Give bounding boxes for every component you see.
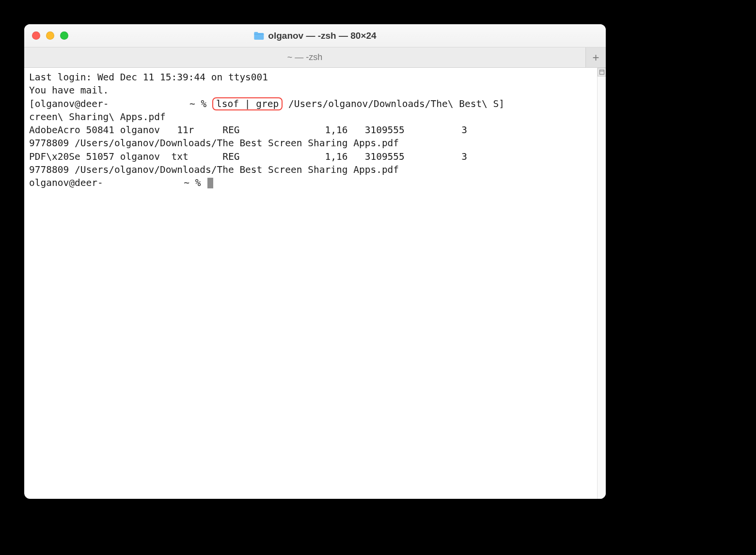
- terminal-window: olganov — -zsh — 80×24 ~ — -zsh + Last l…: [24, 24, 606, 499]
- prompt-user: olganov@deer-: [35, 98, 109, 109]
- prompt-suffix: ~ %: [184, 98, 212, 109]
- cursor: [207, 178, 213, 188]
- highlighted-command: lsof | grep: [212, 97, 283, 110]
- tab-bar: ~ — -zsh +: [24, 47, 606, 68]
- output-line: You have mail.: [29, 84, 592, 97]
- command-line: [olganov@deer- ~ % lsof | grep /Users/ol…: [29, 97, 592, 110]
- tab-label: ~ — -zsh: [287, 52, 323, 62]
- output-line: 9778809 /Users/olganov/Downloads/The Bes…: [29, 163, 592, 176]
- output-line: Last login: Wed Dec 11 15:39:44 on ttys0…: [29, 71, 592, 84]
- window-title: olganov — -zsh — 80×24: [253, 31, 376, 41]
- plus-icon: +: [592, 51, 599, 64]
- prompt-user: olganov@deer-: [29, 177, 103, 188]
- titlebar[interactable]: olganov — -zsh — 80×24: [24, 24, 606, 47]
- output-line: PDF\x20Se 51057 olganov txt REG 1,16 310…: [29, 150, 592, 163]
- folder-icon: [253, 31, 264, 40]
- command-wrap: creen\ Sharing\ Apps.pdf: [29, 110, 592, 123]
- prompt-suffix: ~ %: [178, 177, 207, 188]
- redacted-hostname: [103, 179, 178, 188]
- window-controls: [24, 31, 68, 40]
- window-title-text: olganov — -zsh — 80×24: [268, 31, 376, 41]
- output-line: AdobeAcro 50841 olganov 11r REG 1,16 310…: [29, 123, 592, 137]
- scrollbar[interactable]: [597, 68, 606, 499]
- new-tab-button[interactable]: +: [585, 47, 606, 67]
- svg-rect-0: [600, 70, 604, 75]
- terminal-output[interactable]: Last login: Wed Dec 11 15:39:44 on ttys0…: [24, 68, 597, 499]
- prompt-line: olganov@deer- ~ %: [29, 176, 592, 189]
- command-argument: /Users/olganov/Downloads/The\ Best\ S]: [283, 98, 504, 109]
- maximize-button[interactable]: [60, 31, 68, 40]
- output-line: 9778809 /Users/olganov/Downloads/The Bes…: [29, 137, 592, 150]
- scrollbar-handle-icon[interactable]: [598, 68, 606, 77]
- redacted-hostname: [109, 99, 184, 109]
- tab-current[interactable]: ~ — -zsh: [24, 47, 585, 67]
- minimize-button[interactable]: [46, 31, 54, 40]
- content-area: Last login: Wed Dec 11 15:39:44 on ttys0…: [24, 68, 606, 499]
- close-button[interactable]: [32, 31, 40, 40]
